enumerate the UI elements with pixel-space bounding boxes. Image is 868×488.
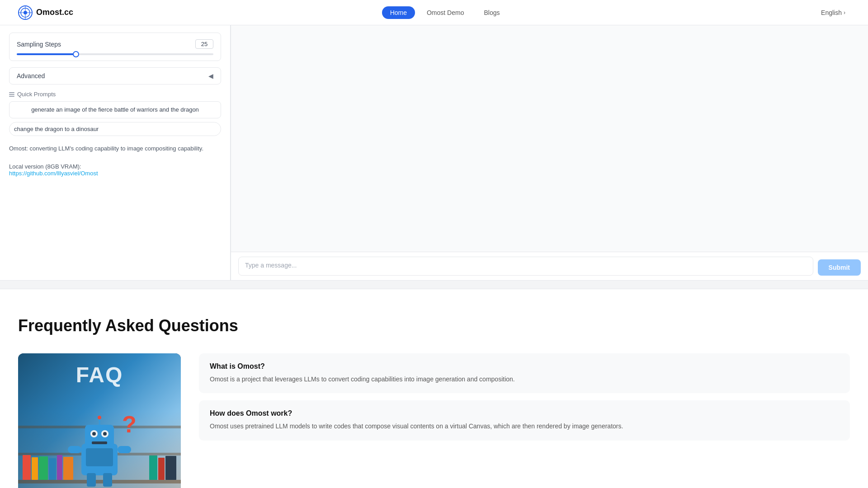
left-panel: Sampling Steps 25 Advanced ◀ Quick Promp… <box>0 25 231 280</box>
faq-q2-answer: Omost uses pretrained LLM models to writ… <box>210 421 839 431</box>
faq-q1-title: What is Omost? <box>210 362 839 371</box>
chat-input[interactable] <box>238 257 813 276</box>
svg-rect-28 <box>118 446 131 453</box>
svg-rect-15 <box>158 458 165 480</box>
faq-image: FAQ <box>18 353 181 488</box>
logo[interactable]: Omost.cc <box>18 5 73 20</box>
svg-rect-13 <box>63 457 73 480</box>
nav-home[interactable]: Home <box>382 6 415 19</box>
bookshelf-svg: ? <box>18 353 181 488</box>
sampling-steps-label: Sampling Steps <box>17 41 61 48</box>
faq-content: FAQ <box>18 353 850 488</box>
svg-text:?: ? <box>122 411 137 437</box>
right-panel: Submit <box>231 25 868 280</box>
svg-rect-14 <box>149 455 157 480</box>
faq-q1-answer: Omost is a project that leverages LLMs t… <box>210 374 839 384</box>
svg-rect-10 <box>39 456 48 480</box>
section-divider <box>0 280 868 289</box>
logo-icon <box>18 5 33 20</box>
navbar: Omost.cc Home Omost Demo Blogs English › <box>0 0 868 25</box>
chevron-left-icon: ◀ <box>208 72 213 80</box>
chat-input-area: Submit <box>231 252 868 280</box>
advanced-label: Advanced <box>17 72 45 80</box>
submit-button[interactable]: Submit <box>818 259 861 276</box>
prompt-chip-1[interactable]: generate an image of the fierce battle o… <box>9 101 221 118</box>
quick-prompts-section: Quick Prompts generate an image of the f… <box>9 91 221 136</box>
faq-cards: What is Omost? Omost is a project that l… <box>199 353 850 441</box>
language-selector[interactable]: English › <box>816 6 850 19</box>
logo-text: Omost.cc <box>36 8 73 17</box>
sampling-steps-card: Sampling Steps 25 <box>9 33 221 61</box>
nav-demo[interactable]: Omost Demo <box>419 6 472 19</box>
language-label: English <box>821 9 842 16</box>
local-version-link[interactable]: https://github.com/lllyasviel/Omost <box>9 170 98 177</box>
sampling-slider-track[interactable] <box>17 53 213 55</box>
quick-prompts-header: Quick Prompts <box>9 91 221 98</box>
info-text: Omost: converting LLM's coding capabilit… <box>9 144 221 153</box>
navbar-nav: Home Omost Demo Blogs <box>382 6 508 19</box>
svg-rect-30 <box>103 473 112 487</box>
svg-rect-18 <box>86 448 113 466</box>
svg-rect-16 <box>165 456 176 480</box>
svg-rect-12 <box>57 455 62 480</box>
svg-rect-27 <box>68 446 81 453</box>
svg-point-23 <box>103 432 107 436</box>
nav-blogs[interactable]: Blogs <box>476 6 508 19</box>
sampling-slider-fill <box>17 53 76 55</box>
main-container: Sampling Steps 25 Advanced ◀ Quick Promp… <box>0 25 868 280</box>
advanced-section[interactable]: Advanced ◀ <box>9 67 221 84</box>
faq-card-2: How does Omost work? Omost uses pretrain… <box>199 400 850 440</box>
svg-rect-9 <box>32 457 38 480</box>
svg-rect-11 <box>49 458 56 480</box>
prompt-chip-2[interactable]: change the dragon to a dinosaur <box>9 122 221 136</box>
faq-q2-title: How does Omost work? <box>210 409 839 418</box>
svg-rect-24 <box>92 441 107 444</box>
svg-rect-29 <box>87 473 96 487</box>
faq-image-placeholder: FAQ <box>18 353 181 488</box>
faq-card-1: What is Omost? Omost is a project that l… <box>199 353 850 393</box>
faq-title: Frequently Asked Questions <box>18 316 850 335</box>
svg-rect-5 <box>18 480 181 483</box>
svg-point-22 <box>92 432 96 436</box>
sampling-steps-value: 25 <box>195 39 213 49</box>
faq-section: Frequently Asked Questions FAQ <box>0 289 868 488</box>
chat-area <box>231 25 868 252</box>
svg-point-26 <box>98 416 101 419</box>
local-version: Local version (8GB VRAM): https://github… <box>9 163 221 177</box>
svg-rect-8 <box>23 455 31 480</box>
quick-prompts-label: Quick Prompts <box>17 91 56 98</box>
chevron-right-icon: › <box>844 9 845 16</box>
local-version-label: Local version (8GB VRAM): <box>9 163 81 170</box>
sampling-slider-thumb[interactable] <box>73 51 79 57</box>
lines-icon <box>9 92 14 97</box>
